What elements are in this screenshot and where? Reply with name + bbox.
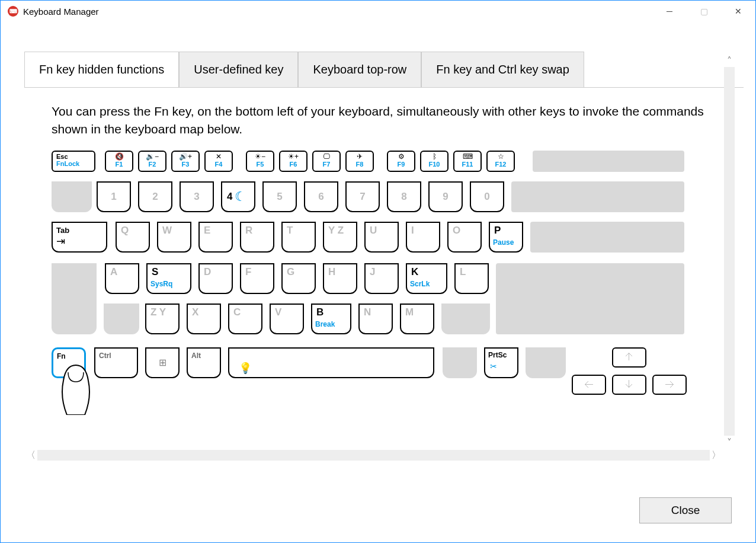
- window-controls: ─ ▢ ✕: [652, 1, 755, 22]
- key-r: R: [240, 222, 274, 253]
- maximize-button: ▢: [687, 1, 721, 22]
- grey-block: [526, 347, 566, 378]
- key-f5: ☀−F5: [246, 151, 274, 172]
- grey-block: [52, 181, 92, 212]
- horizontal-scrollbar[interactable]: 〈 〉: [24, 449, 723, 462]
- key-arrow-up: 🡡: [612, 347, 646, 368]
- tab-top-row[interactable]: Keyboard top-row: [298, 52, 421, 88]
- key-u: U: [364, 222, 399, 253]
- key-x: X: [187, 304, 221, 334]
- scroll-right-button[interactable]: 〉: [710, 449, 723, 462]
- scroll-track[interactable]: [37, 450, 710, 461]
- window-title: Keyboard Manager: [23, 7, 99, 17]
- key-l: L: [454, 263, 489, 294]
- key-t: T: [281, 222, 316, 253]
- key-f12: ☆F12: [486, 151, 515, 172]
- key-o: O: [447, 222, 482, 253]
- key-3: 3: [180, 181, 214, 212]
- key-9: 9: [428, 181, 463, 212]
- key-g: G: [281, 263, 316, 294]
- backlight-icon: 💡: [229, 349, 433, 375]
- key-2: 2: [138, 181, 172, 212]
- description-text: You can press the Fn key, on the bottom …: [1, 88, 755, 151]
- key-j: J: [364, 263, 399, 294]
- key-f: F: [240, 263, 274, 294]
- key-f4: ✕F4: [204, 151, 233, 172]
- key-yz: Y Z: [323, 222, 357, 253]
- keyboard-diagram: EscFnLock 🔇F1 🔉−F2 🔊+F3 ✕F4 ☀−F5 ☀+F6 🖵F…: [52, 151, 694, 411]
- key-0: 0: [470, 181, 504, 212]
- key-7: 7: [345, 181, 380, 212]
- key-f6: ☀+F6: [279, 151, 307, 172]
- key-alt: Alt: [187, 347, 221, 378]
- key-zy: Z Y: [145, 304, 180, 334]
- vertical-scrollbar[interactable]: ˄ ˅: [723, 54, 736, 449]
- grey-block: [52, 263, 97, 334]
- key-q: Q: [116, 222, 150, 253]
- key-e: E: [198, 222, 233, 253]
- grey-block: [441, 304, 490, 334]
- key-tab: Tab⇥: [52, 222, 107, 253]
- tab-fn-ctrl-swap[interactable]: Fn key and Ctrl key swap: [421, 52, 584, 88]
- windows-icon: ⊞: [146, 349, 178, 377]
- key-6: 6: [304, 181, 338, 212]
- grey-block: [104, 304, 139, 334]
- key-8: 8: [387, 181, 421, 212]
- tab-arrow-icon: ⇥: [56, 235, 102, 248]
- titlebar: ⌨ Keyboard Manager: [1, 1, 755, 22]
- key-f1: 🔇F1: [105, 151, 133, 172]
- tab-fn-hidden[interactable]: Fn key hidden functions: [24, 52, 179, 88]
- snip-icon: ✂: [485, 362, 517, 371]
- key-ctrl: Ctrl: [94, 347, 138, 378]
- key-f11: ⌨F11: [453, 151, 482, 172]
- key-arrow-right: 🡢: [652, 375, 687, 395]
- scroll-track[interactable]: [724, 67, 735, 436]
- key-arrow-left: 🡠: [572, 375, 606, 395]
- key-b: BBreak: [311, 304, 351, 334]
- grey-block: [511, 181, 684, 212]
- key-5: 5: [262, 181, 297, 212]
- key-a: A: [105, 263, 139, 294]
- key-win: ⊞: [145, 347, 180, 378]
- key-m: M: [400, 304, 434, 334]
- key-h: H: [323, 263, 357, 294]
- key-arrow-down: 🡣: [612, 375, 646, 395]
- key-f9: ⚙F9: [387, 151, 415, 172]
- key-f8: ✈F8: [345, 151, 374, 172]
- tab-row: Fn key hidden functions User-defined key…: [24, 52, 755, 88]
- key-p: PPause: [489, 222, 523, 253]
- grey-block: [443, 347, 477, 378]
- scroll-up-button[interactable]: ˄: [723, 54, 736, 67]
- key-v: V: [270, 304, 304, 334]
- app-icon: ⌨: [8, 6, 18, 17]
- grey-block: [533, 151, 684, 172]
- scroll-left-button[interactable]: 〈: [24, 449, 37, 462]
- key-k: KScrLk: [406, 263, 447, 294]
- grey-block: [530, 222, 684, 253]
- tab-user-defined[interactable]: User-defined key: [179, 52, 298, 88]
- moon-icon: ☾: [235, 189, 246, 204]
- key-s: SSysRq: [146, 263, 191, 294]
- key-w: W: [157, 222, 191, 253]
- key-n: N: [358, 304, 393, 334]
- key-d: D: [198, 263, 233, 294]
- close-button[interactable]: Close: [639, 497, 732, 523]
- key-space: 💡: [228, 347, 434, 378]
- key-f2: 🔉−F2: [138, 151, 166, 172]
- key-1: 1: [97, 181, 131, 212]
- close-window-button[interactable]: ✕: [721, 1, 755, 22]
- tab-underline: [24, 87, 744, 88]
- key-c: C: [228, 304, 262, 334]
- key-f7: 🖵F7: [312, 151, 341, 172]
- key-i: I: [406, 222, 440, 253]
- key-f10: ᛒF10: [420, 151, 449, 172]
- minimize-button[interactable]: ─: [652, 1, 687, 22]
- key-prtsc: PrtSc✂: [484, 347, 518, 378]
- key-4: 4☾: [221, 181, 255, 212]
- key-esc: EscFnLock: [52, 151, 95, 172]
- key-f3: 🔊+F3: [171, 151, 200, 172]
- finger-icon: [55, 362, 97, 415]
- scroll-down-button[interactable]: ˅: [723, 436, 736, 449]
- grey-block: [496, 263, 684, 334]
